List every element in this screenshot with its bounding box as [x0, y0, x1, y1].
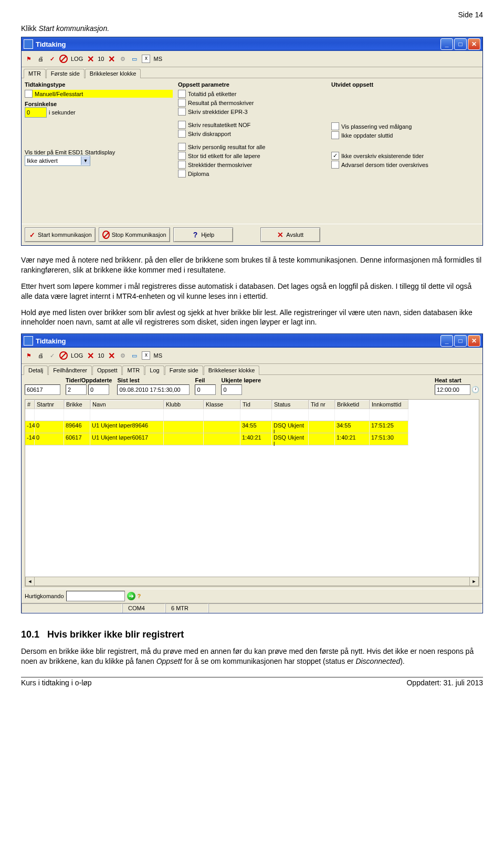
card-icon[interactable]: ▭	[130, 55, 139, 63]
checkbox-icon[interactable]: ✓	[331, 152, 339, 160]
maximize-button[interactable]: □	[454, 335, 467, 347]
scroll-track[interactable]	[35, 577, 469, 586]
heat-input[interactable]: 12:00:00	[435, 384, 470, 395]
tab-feilhandterer[interactable]: Feilhåndterer	[48, 366, 92, 375]
checkbox-icon[interactable]	[178, 99, 186, 107]
card-icon[interactable]: ▭	[130, 351, 139, 360]
help-button[interactable]: ? Hjelp	[173, 227, 233, 242]
log-label[interactable]: LOG	[71, 352, 83, 359]
cb-strekktider-epr[interactable]: Skriv strekktider EPR-3	[178, 108, 326, 116]
col-tid[interactable]: Tid	[240, 400, 272, 409]
ms-label[interactable]: MS	[153, 352, 162, 359]
col-navn[interactable]: Navn	[90, 400, 164, 409]
tider-input-2[interactable]: 0	[88, 384, 109, 395]
x-icon[interactable]: ✕	[86, 55, 94, 63]
check-icon[interactable]: ✓	[48, 55, 56, 63]
x-icon[interactable]: ✕	[86, 351, 94, 360]
checkbox-icon[interactable]	[178, 152, 186, 160]
help-icon[interactable]: ?	[138, 593, 141, 599]
col-startnr[interactable]: Startnr	[35, 400, 64, 409]
ms-label[interactable]: MS	[153, 56, 162, 62]
cb-ikke-overskriv[interactable]: ✓Ikke overskriv eksisterende tider	[331, 152, 479, 160]
x-box-icon[interactable]: x	[142, 55, 150, 63]
ukjente-input[interactable]: 0	[221, 384, 242, 395]
cb-ikke-oppdater[interactable]: Ikke oppdater sluttid	[331, 131, 479, 139]
cb-vis-plassering[interactable]: Vis plassering ved målgang	[331, 122, 479, 130]
hurtig-input[interactable]	[66, 591, 125, 601]
print-icon[interactable]: 🖨	[36, 351, 45, 360]
checkbox-icon[interactable]	[178, 90, 186, 98]
cb-strekktider-thermo[interactable]: Strekktider thermoskriver	[178, 161, 326, 169]
stop-icon[interactable]	[59, 55, 68, 63]
table-row[interactable]: -14672 0 89646 U1 Ukjent løper89646 34:5…	[25, 421, 479, 433]
flag-icon[interactable]: ⚑	[25, 55, 33, 63]
feil-input[interactable]: 0	[195, 384, 216, 395]
chevron-down-icon[interactable]: ▼	[81, 156, 90, 165]
cb-resultat-thermo[interactable]: Resultat på thermoskriver	[178, 99, 326, 107]
stop-icon[interactable]	[59, 351, 68, 360]
stop-komm-button[interactable]: Stop Kommunikasjon	[99, 227, 170, 242]
close-button[interactable]: ✕	[468, 38, 480, 50]
col-status[interactable]: Status	[272, 400, 309, 409]
checkbox-icon[interactable]	[178, 130, 186, 138]
tider-input-1[interactable]: 2	[66, 384, 87, 395]
checkbox-icon[interactable]	[331, 122, 339, 130]
tab-mtr[interactable]: MTR	[24, 69, 46, 78]
forsinkelse-input[interactable]: 0	[25, 107, 47, 118]
go-icon[interactable]: ➔	[127, 592, 135, 600]
cb-stor-tid[interactable]: Stor tid etikett for alle løpere	[178, 152, 326, 160]
cb-totaltid[interactable]: Totaltid på etiketter	[178, 90, 326, 98]
cb-diploma[interactable]: Diploma	[178, 170, 326, 178]
start-komm-button[interactable]: ✓ Start kommunikasjon	[25, 227, 96, 242]
tab-brikkeleser[interactable]: Brikkeleser klokke	[85, 69, 141, 78]
minimize-button[interactable]: _	[440, 38, 453, 50]
cb-diskrapport[interactable]: Skriv diskrapport	[178, 130, 326, 138]
cb-resultatetikett-nof[interactable]: Skriv resultatetikett NOF	[178, 121, 326, 129]
x-icon-2[interactable]: ✕	[107, 351, 116, 360]
maximize-button[interactable]: □	[454, 38, 467, 50]
sist-lest-input[interactable]: 09.08.2010 17:51:30,00	[117, 384, 190, 395]
checkbox-icon[interactable]	[178, 143, 186, 151]
col-brikke[interactable]: Brikke	[64, 400, 90, 409]
tab-forste-side[interactable]: Første side	[46, 69, 85, 78]
scroll-right-icon[interactable]: ►	[469, 577, 479, 586]
col-brikketid[interactable]: Brikketid	[335, 400, 370, 409]
tab-forste-side[interactable]: Første side	[165, 366, 203, 375]
log-label[interactable]: LOG	[71, 56, 83, 62]
esd-dropdown[interactable]: Ikke aktivert ▼	[25, 155, 90, 166]
tab-mtr[interactable]: MTR	[122, 366, 144, 375]
col-hash[interactable]: #	[25, 400, 35, 409]
checkbox-icon[interactable]	[331, 131, 339, 139]
checkbox-icon[interactable]	[178, 161, 186, 169]
horizontal-scrollbar[interactable]: ◄ ►	[25, 577, 479, 586]
flag-icon[interactable]: ⚑	[25, 351, 33, 360]
tab-oppsett[interactable]: Oppsett	[92, 366, 122, 375]
clock-icon[interactable]: 🕐	[471, 386, 479, 393]
first-stat-input[interactable]: 60617	[25, 384, 60, 395]
tab-log[interactable]: Log	[145, 366, 164, 375]
checkbox-icon[interactable]	[25, 90, 33, 98]
cb-advarsel[interactable]: Advarsel dersom tider overskrives	[331, 161, 479, 169]
x-icon-2[interactable]: ✕	[107, 55, 116, 63]
tab-brikkeleser[interactable]: Brikkeleser klokke	[204, 366, 260, 375]
checkbox-icon[interactable]	[178, 170, 186, 178]
gear-icon[interactable]: ⚙	[119, 351, 127, 360]
col-klasse[interactable]: Klasse	[204, 400, 240, 409]
print-icon[interactable]: 🖨	[36, 55, 45, 63]
col-innkomst[interactable]: Innkomsttid	[370, 400, 408, 409]
minimize-button[interactable]: _	[440, 335, 453, 347]
gear-icon[interactable]: ⚙	[119, 55, 127, 63]
close-button[interactable]: ✕	[468, 335, 480, 347]
col-tidnr[interactable]: Tid nr	[309, 400, 335, 409]
table-row-empty[interactable]	[25, 409, 479, 421]
table-row[interactable]: -14672 0 60617 U1 Ukjent løper60617 1:40…	[25, 433, 479, 445]
checkbox-icon[interactable]	[178, 108, 186, 116]
quit-button[interactable]: ✕ Avslutt	[260, 227, 320, 242]
checkbox-icon[interactable]	[178, 121, 186, 129]
tab-detalj[interactable]: Detalj	[24, 366, 48, 375]
scroll-left-icon[interactable]: ◄	[25, 577, 35, 586]
checkbox-icon[interactable]	[331, 161, 339, 169]
x-box-icon[interactable]: x	[142, 351, 150, 360]
cb-personlig-resultat[interactable]: Skriv personlig resultat for alle	[178, 143, 326, 151]
col-klubb[interactable]: Klubb	[164, 400, 204, 409]
